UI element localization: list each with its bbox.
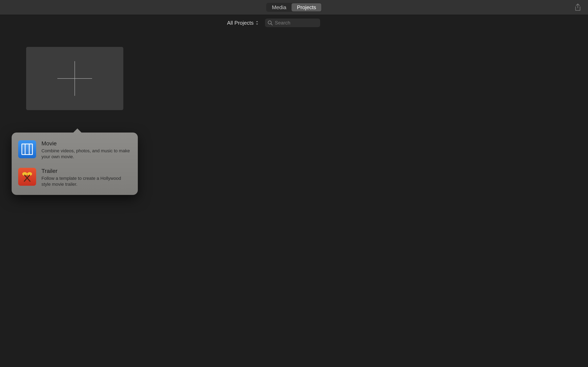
tab-media-label: Media — [272, 4, 286, 11]
search-input[interactable] — [275, 20, 318, 26]
chevron-updown-icon — [255, 20, 259, 25]
movie-icon — [18, 140, 36, 158]
share-icon — [574, 3, 581, 11]
tab-media[interactable]: Media — [267, 3, 292, 11]
new-project-popover: Movie Combine videos, photos, and music … — [12, 133, 138, 195]
trailer-desc: Follow a template to create a Hollywood … — [42, 175, 131, 187]
movie-title: Movie — [42, 140, 131, 147]
tab-projects-label: Projects — [297, 4, 316, 11]
search-container — [265, 18, 320, 27]
movie-desc: Combine videos, photos, and music to mak… — [42, 148, 131, 160]
filter-dropdown[interactable]: All Projects — [227, 20, 259, 26]
view-segmented-control: Media Projects — [266, 3, 322, 12]
filter-label: All Projects — [227, 20, 254, 26]
new-movie-option[interactable]: Movie Combine videos, photos, and music … — [18, 138, 131, 162]
plus-icon — [57, 61, 92, 96]
new-trailer-option[interactable]: Trailer Follow a template to create a Ho… — [18, 166, 131, 189]
search-icon — [268, 20, 273, 25]
trailer-icon — [18, 168, 36, 186]
content-area — [0, 31, 588, 126]
trailer-title: Trailer — [42, 168, 131, 174]
movie-text: Movie Combine videos, photos, and music … — [42, 140, 131, 160]
tab-projects[interactable]: Projects — [292, 3, 321, 11]
trailer-text: Trailer Follow a template to create a Ho… — [42, 168, 131, 187]
new-project-card[interactable] — [26, 47, 123, 110]
share-button[interactable] — [574, 3, 582, 11]
svg-line-1 — [271, 24, 272, 25]
secondary-bar: All Projects — [0, 15, 588, 31]
top-toolbar: Media Projects — [0, 0, 588, 15]
